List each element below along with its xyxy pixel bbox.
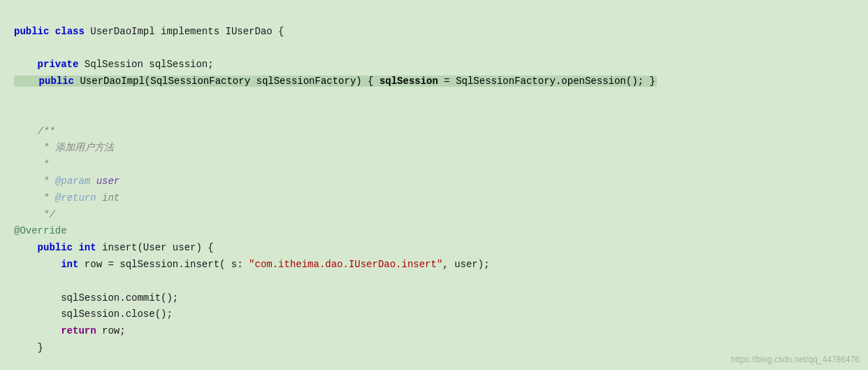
close-line: sqlSession.close(); (61, 308, 173, 320)
commit-line: sqlSession.commit(); (61, 292, 178, 304)
code-container: public class UserDaoImpl implements IUse… (0, 0, 868, 370)
int-keyword: int (61, 259, 78, 270)
code-block: public class UserDaoImpl implements IUse… (14, 7, 854, 370)
keyword-class: class (55, 26, 85, 37)
closing-brace-method: } (38, 342, 43, 353)
annotation-override: @Override (14, 225, 67, 236)
comment-block-start: /** (38, 126, 55, 137)
comment-block-end: */ (38, 209, 55, 220)
highlighted-constructor-line: public UserDaoImpl(SqlSessionFactory sql… (14, 76, 657, 87)
comment-line-desc: * 添加用户方法 (38, 142, 114, 153)
string-literal: "com.itheima.dao.IUserDao.insert" (249, 259, 442, 270)
method-signature (14, 242, 38, 253)
watermark: https://blog.csdn.net/qq_44786476 (731, 355, 860, 364)
comment-line-param: * @param user (38, 176, 120, 187)
keyword-return: return (61, 325, 96, 336)
comment-line-return: * @return int (38, 192, 120, 204)
keyword-private: private (38, 59, 79, 70)
comment-line-empty: * (38, 159, 50, 170)
keyword-public: public (14, 26, 49, 37)
